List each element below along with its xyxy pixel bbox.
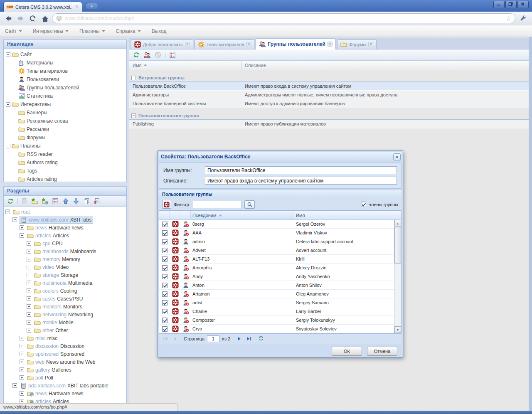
section-node[interactable]: webNews around the Web: [4, 358, 126, 366]
section-node[interactable]: multimediaMultimedia: [4, 279, 126, 287]
section-node[interactable]: newsHardware news: [4, 389, 126, 397]
nav-item[interactable]: Статистика: [4, 92, 126, 100]
nav-item[interactable]: Articles rating: [4, 175, 126, 183]
user-row[interactable]: artistSergey Samarin: [159, 298, 394, 307]
member-checkbox[interactable]: [162, 222, 167, 227]
expand-icon[interactable]: [27, 320, 31, 325]
tab-close-icon[interactable]: ✕: [74, 4, 79, 10]
expand-icon[interactable]: [27, 304, 31, 309]
section-node[interactable]: videoVideo: [4, 263, 126, 271]
forward-button[interactable]: [16, 14, 25, 23]
member-checkbox[interactable]: [162, 248, 167, 253]
section-node[interactable]: pda.xbitlabs.comXBIT labs portable: [4, 382, 126, 389]
group-description-input[interactable]: [205, 177, 397, 185]
refresh-button[interactable]: [7, 197, 14, 205]
member-checkbox[interactable]: [162, 239, 167, 244]
expand-icon[interactable]: [20, 391, 24, 396]
scroll-down-button[interactable]: ▼: [394, 326, 401, 333]
nav-item[interactable]: Пользователи: [4, 75, 126, 84]
user-row[interactable]: AAAVladimir Viskov: [159, 229, 394, 237]
copy-button[interactable]: [83, 197, 90, 205]
properties-button[interactable]: [169, 51, 176, 59]
expand-icon[interactable]: [27, 281, 31, 285]
member-checkbox[interactable]: [162, 283, 167, 288]
block-button[interactable]: [154, 51, 162, 59]
user-row[interactable]: ALT-F13Kirill: [159, 255, 394, 264]
expand-icon[interactable]: [20, 225, 24, 230]
section-node[interactable]: networkingNetworking: [4, 310, 126, 318]
collapse-icon[interactable]: [20, 233, 24, 238]
cancel-button[interactable]: Отмена: [367, 347, 397, 356]
expand-icon[interactable]: [27, 296, 31, 301]
scroll-up-button[interactable]: ▲: [394, 220, 401, 227]
dialog-close-button[interactable]: ✕: [393, 153, 401, 160]
expand-icon[interactable]: [27, 249, 31, 254]
nav-item[interactable]: Группы пользователей: [4, 84, 126, 92]
add-group-button[interactable]: [143, 51, 151, 59]
nav-item[interactable]: Рассылки: [4, 125, 126, 133]
expand-icon[interactable]: [20, 336, 24, 340]
expand-icon[interactable]: [27, 312, 31, 317]
search-button[interactable]: [244, 200, 255, 209]
ok-button[interactable]: ОК: [332, 347, 362, 356]
member-checkbox[interactable]: [162, 326, 167, 332]
section-node[interactable]: coolersCooling: [4, 287, 126, 295]
section-node[interactable]: otherOther: [4, 326, 126, 334]
collapse-icon[interactable]: [12, 217, 17, 222]
filter-input[interactable]: [193, 201, 242, 208]
section-node[interactable]: sponsoredSponsored: [4, 350, 126, 358]
pager-refresh-button[interactable]: [258, 335, 265, 343]
user-row[interactable]: AndyAndy Yaschenko: [159, 272, 394, 281]
group-row[interactable]: АдминистраторыАдминистраторы имеют полны…: [129, 91, 529, 99]
expand-icon[interactable]: [27, 328, 31, 333]
collapse-icon[interactable]: [6, 52, 10, 57]
tab-close-icon[interactable]: ✕: [185, 42, 190, 47]
tab-close-icon[interactable]: ✕: [246, 42, 251, 47]
nav-item[interactable]: Материалы: [4, 59, 126, 67]
expand-icon[interactable]: [27, 241, 31, 246]
group-section-header[interactable]: Встроенные группы: [129, 74, 529, 82]
address-bar[interactable]: www.xbitlabs.com/cms/bo.php# ☆: [52, 13, 515, 23]
column-header-description[interactable]: Описание: [241, 61, 529, 70]
member-checkbox[interactable]: [162, 318, 167, 323]
expand-icon[interactable]: [27, 257, 31, 261]
site-button[interactable]: [20, 197, 28, 205]
menu-item[interactable]: Сайт: [5, 28, 22, 34]
home-button[interactable]: [40, 14, 49, 23]
add-section-button[interactable]: [31, 197, 38, 205]
content-tab[interactable]: Группы пользователей✕: [256, 38, 336, 49]
member-checkbox[interactable]: [162, 300, 167, 306]
nav-item[interactable]: RSS reader: [4, 150, 126, 158]
expand-icon[interactable]: [20, 367, 24, 372]
back-button[interactable]: [4, 14, 13, 23]
menu-item[interactable]: Плагины: [79, 28, 105, 34]
collapse-icon[interactable]: [6, 102, 10, 107]
member-checkbox[interactable]: [162, 230, 167, 236]
collapse-icon[interactable]: [12, 383, 17, 388]
column-header-nickname[interactable]: Псевдоним: [191, 211, 293, 219]
nav-item[interactable]: Форумы: [4, 133, 126, 142]
user-row[interactable]: AdvertAdvert account: [159, 246, 394, 255]
expand-icon[interactable]: [27, 288, 31, 293]
section-node[interactable]: storageStorage: [4, 271, 126, 279]
column-header-name[interactable]: Имя: [129, 61, 241, 70]
section-node[interactable]: miscmisc: [4, 334, 126, 342]
section-node[interactable]: casesCases/PSU: [4, 295, 126, 303]
refresh-button[interactable]: [133, 51, 140, 59]
member-checkbox[interactable]: [162, 256, 167, 262]
move-down-button[interactable]: [72, 197, 80, 205]
section-node[interactable]: articlesArticles: [4, 232, 126, 239]
user-row[interactable]: CryoSvyatoslav Soloviev: [159, 325, 394, 333]
section-node[interactable]: cpuCPU: [4, 239, 126, 247]
next-page-button[interactable]: [236, 335, 243, 343]
first-page-button[interactable]: [162, 335, 169, 343]
reload-button[interactable]: [28, 14, 37, 23]
content-tab[interactable]: Типы материалов✕: [195, 39, 255, 49]
member-checkbox[interactable]: [162, 291, 167, 297]
prev-page-button[interactable]: [171, 335, 178, 343]
nav-item[interactable]: Tags: [4, 167, 126, 175]
collapse-icon[interactable]: [6, 144, 10, 148]
bookmark-star-icon[interactable]: ☆: [506, 15, 511, 22]
members-only-checkbox[interactable]: [361, 202, 366, 207]
member-checkbox[interactable]: [162, 309, 167, 314]
